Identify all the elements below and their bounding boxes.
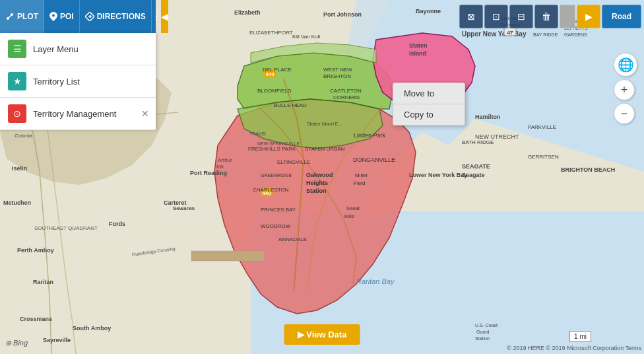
- svg-text:Guard: Guard: [476, 330, 490, 334]
- zoom-out-button[interactable]: −: [614, 103, 635, 124]
- svg-text:Sewaren: Sewaren: [173, 205, 195, 211]
- map-attribution: © 2019 HERE © 2019 Microsoft Corporation…: [507, 345, 641, 351]
- delete-button[interactable]: 🗑: [534, 5, 558, 28]
- directions-button[interactable]: DIRECTIONS: [80, 0, 152, 33]
- territory-management-item[interactable]: ⊙ Territory Management ✕: [0, 98, 156, 130]
- svg-text:NEW SPRINGVILLE: NEW SPRINGVILLE: [257, 141, 300, 146]
- more-button[interactable]: ⋮: [152, 0, 161, 33]
- territory-list-label: Territory List: [33, 77, 148, 87]
- svg-text:TRAVIS: TRAVIS: [249, 131, 266, 136]
- svg-text:Station: Station: [306, 188, 327, 194]
- draw-poly-button[interactable]: ⊡: [484, 5, 508, 28]
- svg-line-87: [8, 15, 12, 18]
- layer-menu-icon: ☰: [8, 40, 26, 58]
- svg-point-88: [52, 15, 55, 17]
- svg-text:Raritan Bay: Raritan Bay: [356, 277, 395, 285]
- svg-text:Iselin: Iselin: [12, 165, 27, 172]
- svg-text:Field: Field: [354, 180, 365, 186]
- svg-text:Sayreville: Sayreville: [43, 337, 71, 343]
- svg-text:Staten Island E...: Staten Island E...: [307, 122, 342, 126]
- copy-to-item[interactable]: Copy to: [393, 104, 465, 125]
- plot-button[interactable]: PLOT: [0, 0, 44, 33]
- move-to-item[interactable]: Move to: [393, 83, 465, 104]
- globe-button[interactable]: 🌐: [614, 53, 637, 77]
- svg-text:PARKVILLE: PARKVILLE: [528, 124, 556, 130]
- territory-list-item[interactable]: ★ Territory List: [0, 65, 156, 98]
- svg-text:Heights: Heights: [306, 180, 328, 186]
- svg-text:Metuchen: Metuchen: [3, 199, 31, 206]
- road-view-button[interactable]: Road: [602, 5, 641, 28]
- scale-bar: 1 mi: [569, 331, 591, 342]
- collapse-button[interactable]: ◀: [161, 0, 168, 33]
- svg-text:Station: Station: [475, 336, 490, 341]
- map-controls: 🌐 + −: [614, 53, 637, 124]
- svg-text:GARDENS: GARDENS: [564, 32, 587, 37]
- svg-text:DEL PLACE: DEL PLACE: [263, 67, 292, 73]
- territory-management-label: Territory Management: [33, 109, 148, 119]
- view-data-button[interactable]: ▶ View Data: [284, 324, 360, 345]
- svg-text:BAY RIDGE: BAY RIDGE: [533, 32, 558, 37]
- svg-text:Arthur: Arthur: [218, 157, 232, 163]
- territory-management-icon: ⊙: [8, 104, 26, 123]
- territory-management-close[interactable]: ✕: [141, 108, 149, 119]
- svg-text:PRINCES BAY: PRINCES BAY: [261, 207, 296, 213]
- svg-text:CORNERS: CORNERS: [333, 94, 360, 100]
- svg-text:ANNADALE: ANNADALE: [278, 236, 307, 242]
- svg-text:Linden Park: Linden Park: [354, 132, 386, 139]
- poi-button[interactable]: POI: [44, 0, 80, 33]
- svg-text:U.S. Coast: U.S. Coast: [475, 323, 498, 328]
- svg-text:Miller: Miller: [355, 172, 368, 178]
- layer-menu-item[interactable]: ☰ Layer Menu: [0, 33, 156, 65]
- svg-text:WOODROW: WOODROW: [261, 223, 291, 229]
- svg-text:Island: Island: [409, 50, 426, 57]
- svg-text:Kill: Kill: [216, 164, 224, 170]
- svg-text:BRIGHTON: BRIGHTON: [323, 73, 351, 79]
- side-panel: ☰ Layer Menu ★ Territory List ⊙ Territor…: [0, 33, 156, 130]
- svg-text:South Amboy: South Amboy: [73, 325, 111, 332]
- svg-text:Raritan: Raritan: [33, 279, 53, 285]
- right-toolbar: ⊠ ⊡ ⊟ 🗑 ▶ Road: [459, 0, 644, 33]
- arrow-right-button[interactable]: ▶: [577, 5, 600, 28]
- svg-text:Fords: Fords: [109, 221, 125, 227]
- svg-text:ELTINGVILLE: ELTINGVILLE: [277, 159, 310, 165]
- layer-menu-label: Layer Menu: [33, 44, 148, 54]
- svg-text:Kill Van Kull: Kill Van Kull: [292, 34, 320, 40]
- svg-text:Perth Amboy: Perth Amboy: [17, 247, 54, 254]
- svg-text:Lower New York Bay: Lower New York Bay: [409, 172, 467, 178]
- svg-text:SOUTHEAST QUADRANT: SOUTHEAST QUADRANT: [34, 225, 98, 231]
- zoom-in-button[interactable]: +: [614, 79, 635, 100]
- draw-rect-button[interactable]: ⊠: [459, 5, 483, 28]
- svg-text:Great: Great: [346, 205, 360, 211]
- svg-text:Staten: Staten: [409, 42, 428, 49]
- separator: [560, 5, 575, 28]
- svg-text:BRIGHTON BEACH: BRIGHTON BEACH: [561, 166, 615, 173]
- svg-text:FRESHKILLS PARK: FRESHKILLS PARK: [248, 146, 296, 152]
- svg-text:Hamilton: Hamilton: [475, 114, 501, 120]
- svg-text:CASTLETON: CASTLETON: [330, 88, 362, 94]
- svg-text:CHARLESTON: CHARLESTON: [253, 187, 289, 193]
- svg-text:Bayonne: Bayonne: [416, 8, 441, 15]
- svg-text:BLOOMFIELD: BLOOMFIELD: [257, 88, 292, 94]
- svg-text:SEAGATE: SEAGATE: [462, 163, 490, 170]
- svg-text:Elizabeth: Elizabeth: [234, 9, 261, 16]
- svg-text:Kills: Kills: [344, 213, 354, 219]
- svg-text:GREENRIDGE: GREENRIDGE: [261, 173, 292, 178]
- svg-text:BATH RIDGE: BATH RIDGE: [462, 139, 494, 145]
- svg-text:Oakwood: Oakwood: [306, 172, 333, 178]
- svg-text:WEST NEW: WEST NEW: [323, 67, 352, 73]
- lasso-button[interactable]: ⊟: [509, 5, 533, 28]
- bing-logo: ⊕ Bing: [5, 339, 28, 347]
- context-menu: Move to Copy to: [393, 83, 465, 125]
- svg-text:STATEN URBAN: STATEN URBAN: [305, 146, 345, 152]
- svg-text:BULLS HEAD: BULLS HEAD: [274, 102, 307, 108]
- svg-text:Crossmans: Crossmans: [20, 316, 52, 322]
- toolbar: PLOT POI DIRECTIONS ⋮ ◀: [0, 0, 156, 33]
- svg-text:ELIZABETHPORT: ELIZABETHPORT: [249, 30, 293, 36]
- svg-text:DONGANVILLE: DONGANVILLE: [353, 157, 395, 163]
- svg-text:Port Reading: Port Reading: [190, 170, 227, 176]
- svg-text:Port Johnson: Port Johnson: [323, 11, 362, 18]
- territory-list-icon: ★: [8, 72, 26, 90]
- svg-text:Colonia: Colonia: [15, 133, 33, 139]
- svg-text:GERRITSEN: GERRITSEN: [528, 154, 559, 160]
